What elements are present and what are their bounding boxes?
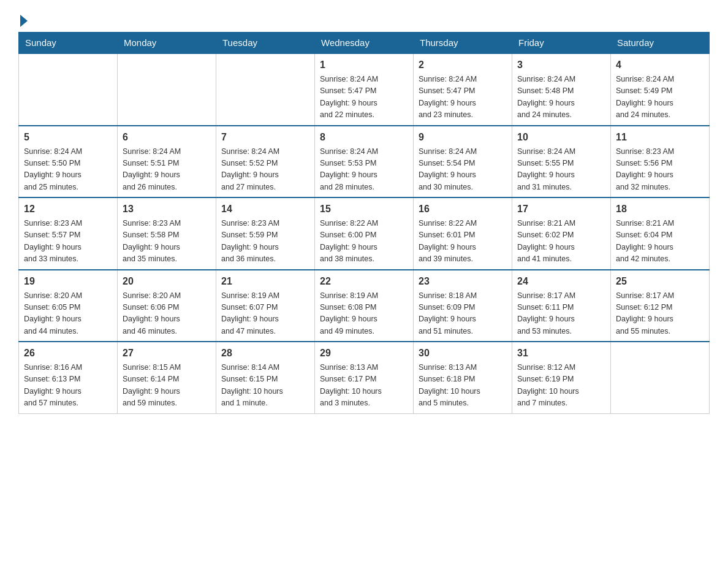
calendar-cell: 25Sunrise: 8:17 AMSunset: 6:12 PMDayligh… — [611, 270, 710, 342]
day-number: 26 — [24, 346, 112, 361]
weekday-header-saturday: Saturday — [611, 33, 710, 54]
day-number: 1 — [320, 58, 408, 72]
calendar-cell: 16Sunrise: 8:22 AMSunset: 6:01 PMDayligh… — [414, 197, 512, 270]
day-number: 20 — [123, 274, 211, 289]
week-row-3: 12Sunrise: 8:23 AMSunset: 5:57 PMDayligh… — [19, 197, 710, 270]
weekday-header-row: SundayMondayTuesdayWednesdayThursdayFrid… — [19, 33, 710, 54]
calendar-cell: 14Sunrise: 8:23 AMSunset: 5:59 PMDayligh… — [216, 197, 315, 270]
day-info: Sunrise: 8:23 AMSunset: 5:56 PMDaylight:… — [616, 146, 704, 194]
week-row-5: 26Sunrise: 8:16 AMSunset: 6:13 PMDayligh… — [19, 342, 710, 413]
day-info: Sunrise: 8:21 AMSunset: 6:04 PMDaylight:… — [616, 218, 704, 266]
day-number: 9 — [419, 130, 507, 145]
calendar-cell: 15Sunrise: 8:22 AMSunset: 6:00 PMDayligh… — [315, 197, 414, 270]
day-info: Sunrise: 8:14 AMSunset: 6:15 PMDaylight:… — [221, 362, 309, 410]
day-info: Sunrise: 8:24 AMSunset: 5:54 PMDaylight:… — [419, 146, 507, 194]
calendar-cell: 31Sunrise: 8:12 AMSunset: 6:19 PMDayligh… — [512, 342, 611, 413]
calendar-cell: 5Sunrise: 8:24 AMSunset: 5:50 PMDaylight… — [19, 126, 118, 198]
calendar-cell: 12Sunrise: 8:23 AMSunset: 5:57 PMDayligh… — [19, 197, 118, 270]
calendar-cell: 21Sunrise: 8:19 AMSunset: 6:07 PMDayligh… — [216, 270, 315, 342]
day-number: 11 — [616, 130, 704, 145]
day-number: 25 — [616, 274, 704, 289]
calendar-cell: 22Sunrise: 8:19 AMSunset: 6:08 PMDayligh… — [315, 270, 414, 342]
day-number: 8 — [320, 130, 408, 145]
day-number: 5 — [24, 130, 112, 145]
calendar-cell: 2Sunrise: 8:24 AMSunset: 5:47 PMDaylight… — [414, 53, 512, 126]
day-number: 13 — [123, 202, 211, 216]
day-number: 16 — [419, 202, 507, 216]
calendar-cell: 9Sunrise: 8:24 AMSunset: 5:54 PMDaylight… — [414, 126, 512, 198]
calendar-cell: 6Sunrise: 8:24 AMSunset: 5:51 PMDaylight… — [118, 126, 216, 198]
calendar-cell: 30Sunrise: 8:13 AMSunset: 6:18 PMDayligh… — [414, 342, 512, 413]
day-info: Sunrise: 8:24 AMSunset: 5:47 PMDaylight:… — [320, 74, 408, 121]
day-number: 10 — [517, 130, 605, 145]
logo-arrow-icon — [20, 15, 28, 27]
weekday-header-sunday: Sunday — [19, 33, 118, 54]
day-info: Sunrise: 8:24 AMSunset: 5:52 PMDaylight:… — [221, 146, 309, 194]
day-info: Sunrise: 8:24 AMSunset: 5:53 PMDaylight:… — [320, 146, 408, 194]
calendar-cell: 11Sunrise: 8:23 AMSunset: 5:56 PMDayligh… — [611, 126, 710, 198]
weekday-header-tuesday: Tuesday — [216, 33, 315, 54]
weekday-header-thursday: Thursday — [414, 33, 512, 54]
week-row-2: 5Sunrise: 8:24 AMSunset: 5:50 PMDaylight… — [19, 126, 710, 198]
calendar-cell: 17Sunrise: 8:21 AMSunset: 6:02 PMDayligh… — [512, 197, 611, 270]
day-number: 29 — [320, 346, 408, 361]
calendar-cell: 28Sunrise: 8:14 AMSunset: 6:15 PMDayligh… — [216, 342, 315, 413]
day-info: Sunrise: 8:22 AMSunset: 6:01 PMDaylight:… — [419, 218, 507, 266]
calendar-cell: 4Sunrise: 8:24 AMSunset: 5:49 PMDaylight… — [611, 53, 710, 126]
day-info: Sunrise: 8:24 AMSunset: 5:50 PMDaylight:… — [24, 146, 112, 194]
day-number: 15 — [320, 202, 408, 216]
calendar-cell: 3Sunrise: 8:24 AMSunset: 5:48 PMDaylight… — [512, 53, 611, 126]
weekday-header-friday: Friday — [512, 33, 611, 54]
day-info: Sunrise: 8:24 AMSunset: 5:48 PMDaylight:… — [517, 74, 605, 121]
day-number: 17 — [517, 202, 605, 216]
day-number: 31 — [517, 346, 605, 361]
day-info: Sunrise: 8:24 AMSunset: 5:49 PMDaylight:… — [616, 74, 704, 121]
calendar-cell: 24Sunrise: 8:17 AMSunset: 6:11 PMDayligh… — [512, 270, 611, 342]
calendar-cell: 1Sunrise: 8:24 AMSunset: 5:47 PMDaylight… — [315, 53, 414, 126]
calendar-cell: 18Sunrise: 8:21 AMSunset: 6:04 PMDayligh… — [611, 197, 710, 270]
day-number: 14 — [221, 202, 309, 216]
calendar-cell: 10Sunrise: 8:24 AMSunset: 5:55 PMDayligh… — [512, 126, 611, 198]
day-number: 24 — [517, 274, 605, 289]
logo — [18, 12, 28, 26]
day-number: 4 — [616, 58, 704, 72]
weekday-header-monday: Monday — [118, 33, 216, 54]
day-info: Sunrise: 8:21 AMSunset: 6:02 PMDaylight:… — [517, 218, 605, 266]
day-info: Sunrise: 8:17 AMSunset: 6:12 PMDaylight:… — [616, 290, 704, 338]
day-info: Sunrise: 8:19 AMSunset: 6:08 PMDaylight:… — [320, 290, 408, 338]
calendar-cell — [19, 53, 118, 126]
day-number: 18 — [616, 202, 704, 216]
day-info: Sunrise: 8:24 AMSunset: 5:47 PMDaylight:… — [419, 74, 507, 121]
day-info: Sunrise: 8:13 AMSunset: 6:17 PMDaylight:… — [320, 362, 408, 410]
calendar-cell — [611, 342, 710, 413]
calendar-cell: 23Sunrise: 8:18 AMSunset: 6:09 PMDayligh… — [414, 270, 512, 342]
calendar-cell: 13Sunrise: 8:23 AMSunset: 5:58 PMDayligh… — [118, 197, 216, 270]
day-number: 22 — [320, 274, 408, 289]
day-info: Sunrise: 8:18 AMSunset: 6:09 PMDaylight:… — [419, 290, 507, 338]
calendar-cell: 8Sunrise: 8:24 AMSunset: 5:53 PMDaylight… — [315, 126, 414, 198]
day-number: 27 — [123, 346, 211, 361]
week-row-1: 1Sunrise: 8:24 AMSunset: 5:47 PMDaylight… — [19, 53, 710, 126]
day-number: 19 — [24, 274, 112, 289]
calendar-table: SundayMondayTuesdayWednesdayThursdayFrid… — [18, 32, 710, 414]
day-info: Sunrise: 8:22 AMSunset: 6:00 PMDaylight:… — [320, 218, 408, 266]
weekday-header-wednesday: Wednesday — [315, 33, 414, 54]
day-info: Sunrise: 8:20 AMSunset: 6:05 PMDaylight:… — [24, 290, 112, 338]
calendar-cell: 26Sunrise: 8:16 AMSunset: 6:13 PMDayligh… — [19, 342, 118, 413]
week-row-4: 19Sunrise: 8:20 AMSunset: 6:05 PMDayligh… — [19, 270, 710, 342]
page-header — [18, 12, 710, 26]
calendar-cell: 29Sunrise: 8:13 AMSunset: 6:17 PMDayligh… — [315, 342, 414, 413]
day-number: 3 — [517, 58, 605, 72]
day-info: Sunrise: 8:19 AMSunset: 6:07 PMDaylight:… — [221, 290, 309, 338]
day-number: 6 — [123, 130, 211, 145]
day-info: Sunrise: 8:23 AMSunset: 5:57 PMDaylight:… — [24, 218, 112, 266]
day-info: Sunrise: 8:24 AMSunset: 5:55 PMDaylight:… — [517, 146, 605, 194]
day-info: Sunrise: 8:13 AMSunset: 6:18 PMDaylight:… — [419, 362, 507, 410]
day-info: Sunrise: 8:23 AMSunset: 5:58 PMDaylight:… — [123, 218, 211, 266]
calendar-cell: 27Sunrise: 8:15 AMSunset: 6:14 PMDayligh… — [118, 342, 216, 413]
calendar-cell: 7Sunrise: 8:24 AMSunset: 5:52 PMDaylight… — [216, 126, 315, 198]
day-number: 23 — [419, 274, 507, 289]
day-info: Sunrise: 8:12 AMSunset: 6:19 PMDaylight:… — [517, 362, 605, 410]
calendar-cell: 19Sunrise: 8:20 AMSunset: 6:05 PMDayligh… — [19, 270, 118, 342]
day-number: 28 — [221, 346, 309, 361]
